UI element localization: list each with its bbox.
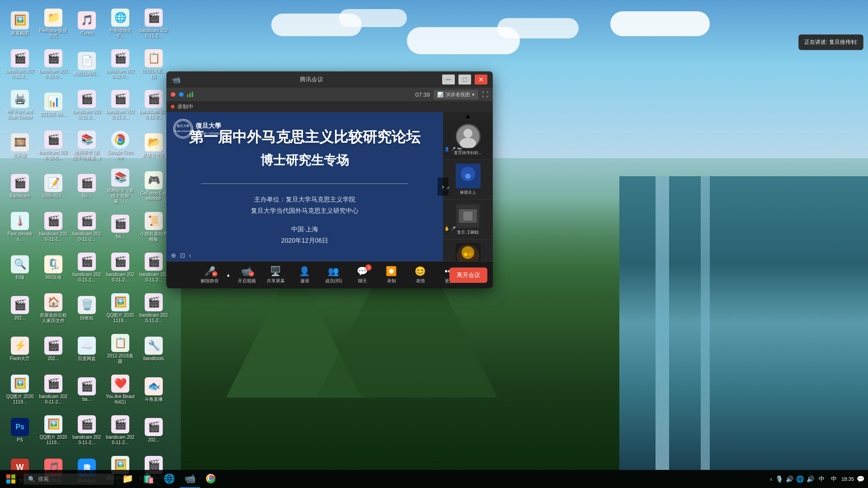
icon-ba-3[interactable]: 🎬 ba... <box>71 370 103 409</box>
members-icon: 👥 <box>328 266 339 277</box>
icon-qq-photo-2[interactable]: 🖼️ QQ图片 20201119... <box>4 370 36 409</box>
taskbar-app-store[interactable]: 🛍️ <box>138 470 158 488</box>
notification-tray-icon[interactable]: 💬 <box>857 475 864 483</box>
status-dot-blue <box>179 92 184 97</box>
chat-button[interactable]: 💬 7 聊天 <box>349 263 376 287</box>
icon-new-folder[interactable]: 📂 新建文件夹 <box>137 126 170 165</box>
taskbar-app-chrome[interactable] <box>201 470 221 488</box>
icon-you-are-beautiful[interactable]: ❤️ You Are Beautiful(1) <box>104 370 137 409</box>
icon-douyu[interactable]: 🐟 斗鱼直播 <box>137 370 170 409</box>
icon-1606[interactable]: 📝 1606-824... <box>37 166 70 206</box>
slide-next-button[interactable]: › <box>438 178 448 196</box>
close-button[interactable]: ✕ <box>475 75 487 84</box>
tray-chevron[interactable]: ∧ <box>769 477 773 482</box>
taskbar-app-explorer[interactable]: 📁 <box>118 470 137 488</box>
icon-geforce[interactable]: 🎮 GeForce Experience <box>137 166 170 206</box>
meeting-bottom-toolbar: 🎤 ✕ 解除静音 ▲ 📹 ✕ 开启视频 🖥️ 共享屏幕 👤 邀请 👥 成员(65… <box>166 261 493 288</box>
taskbar-app-browser[interactable]: 🌐 <box>159 470 179 488</box>
leave-meeting-button[interactable]: 离开会议 <box>449 267 487 283</box>
icon-house[interactable]: 🏠 房屋低价出租人家历文件 <box>37 288 70 328</box>
icon-2012-2018[interactable]: 📋 2012-2018真题 <box>104 329 137 369</box>
icon-qq-photo-1[interactable]: 🖼️ QQ图片 20201119... <box>104 288 137 328</box>
icon-bandicam-14[interactable]: 🎬 bandicam 2020-11-2... <box>137 248 170 287</box>
video-button[interactable]: 📹 ✕ 开启视频 <box>233 263 260 287</box>
icon-bandicam-13[interactable]: 🎬 bandicam 2020-11-2... <box>104 248 137 287</box>
icon-zhiwang-2[interactable]: 📚 知网研学（原线下培材素...） <box>104 166 137 206</box>
icon-ps[interactable]: Ps PS <box>4 410 36 450</box>
icon-bandicam-11[interactable]: 🎬 bandicam 2020-11-2... <box>71 207 103 247</box>
meeting-toolbar-top: 07:39 📊 演讲者视图 ▾ ⛶ <box>166 88 493 101</box>
icon-202x[interactable]: 🎬 202... <box>4 288 36 328</box>
taskbar-search-box[interactable]: 🔍 搜索 <box>24 474 114 485</box>
record-button[interactable]: ⏺️ 录制 <box>378 263 405 287</box>
panel-scroll-up[interactable]: ▲ <box>443 112 493 120</box>
icon-bandicam-17[interactable]: 🎬 bandicam 2020-11-2... <box>71 410 103 450</box>
windows-logo-icon <box>6 474 15 483</box>
icon-bandicam-8[interactable]: 🎬 bandicam 2020-12-0... <box>37 126 70 165</box>
share-screen-button[interactable]: 🖥️ 共享屏幕 <box>262 263 289 287</box>
icon-bandicam-9[interactable]: 🎬 Bandicam <box>4 166 36 206</box>
icon-bandicam-4[interactable]: 🎬 bandicam 2020-12-0... <box>104 44 137 84</box>
icon-bandicam-16[interactable]: 🎬 bandicam 2020-11-2... <box>37 370 70 409</box>
icon-ba[interactable]: 🎬 Bu... <box>71 166 103 206</box>
icon-bandicam-2[interactable]: 🎬 bandicam 2020-11-2... <box>4 44 36 84</box>
recording-bar: 录制中 <box>166 101 493 112</box>
expression-button[interactable]: 😊 表情 <box>407 263 434 287</box>
icon-bandicam-12[interactable]: 🎬 bandicam 2020-11-1... <box>71 248 103 287</box>
icon-bandicam-5[interactable]: 🎬 bandicam 2020-11-2... <box>71 85 103 125</box>
members-button[interactable]: 👥 成员(65) <box>320 263 347 287</box>
slide-zoom-in-button[interactable]: ⊕ <box>171 252 176 259</box>
mute-button[interactable]: 🎤 ✕ 解除静音 <box>196 263 223 287</box>
icon-zhiwang-study[interactable]: 📚 知网研学 (原线下培材素...) <box>71 126 103 165</box>
taskbar-app-meeting[interactable]: 📹 <box>180 470 200 488</box>
icon-scan[interactable]: 🔍 扫描 <box>4 248 36 287</box>
icon-202x-3[interactable]: 🎬 202... <box>137 410 170 450</box>
icon-filerecv[interactable]: 📁 FileRecv-恢提方式 <box>37 4 70 43</box>
slide-prev-button[interactable]: ‹ <box>189 252 191 259</box>
slide-view-button[interactable]: ⊡ <box>180 252 185 259</box>
icon-360compress[interactable]: 🗜️ 360压缩 <box>37 248 70 287</box>
icon-screen-capture[interactable]: 🖼️ 屏幕截图 <box>4 4 36 43</box>
icon-yuanbiaoti[interactable]: 🎞️ 元标题 <box>4 126 36 165</box>
input-method-indicator[interactable]: 中 <box>829 475 839 483</box>
presenter-view-button[interactable]: 📊 演讲者视图 ▾ <box>434 90 478 99</box>
icon-331105[interactable]: 📊 331105 shi... <box>37 85 70 125</box>
icon-bandicam-18[interactable]: 🎬 bandicam 2020-11-2... <box>104 410 137 450</box>
icon-a2012[interactable]: 📄 A2012ABE... <box>71 44 103 84</box>
recording-label: 录制中 <box>177 103 193 111</box>
expand-button[interactable]: ⛶ <box>482 91 488 98</box>
icon-china-geo[interactable]: 🌐 中医地球化学... <box>104 4 137 43</box>
icon-flash[interactable]: ⚡ Flash大厅 <box>4 329 36 369</box>
icon-bandicam-7[interactable]: 🎬 bandicam 2020-12-0... <box>137 85 170 125</box>
icon-bandicam-10[interactable]: 🎬 bandicam 2020-11-2... <box>37 207 70 247</box>
cloud-4 <box>497 18 579 38</box>
waterfall-stream-2 <box>701 176 710 470</box>
icon-bandicam-15[interactable]: 🎬 bandicam 2020-11-2... <box>137 288 170 328</box>
icon-hp-scan-doctor[interactable]: 🖨️ HP Print and Scan Doctor <box>4 85 36 125</box>
svg-point-17 <box>462 246 474 259</box>
icon-bandicam-6[interactable]: 🎬 bandicam 2020-11-2... <box>104 85 137 125</box>
start-button[interactable] <box>0 470 22 488</box>
icon-65181[interactable]: 📋 65181-DE... (1) <box>137 44 170 84</box>
mic-arrow-button[interactable]: ▲ <box>225 272 231 278</box>
members-label: 成员(65) <box>325 278 342 284</box>
icon-google-chrome[interactable]: Google Chrome <box>104 126 137 165</box>
icon-bandicam-1[interactable]: 🎬 bandicam 2020-11-2... <box>137 4 170 43</box>
icon-recycle-bin[interactable]: 🗑️ 回收站 <box>71 288 103 328</box>
icon-past-climates[interactable]: 🌡️ Past climates... <box>4 207 36 247</box>
invite-button[interactable]: 👤 邀请 <box>291 263 318 287</box>
icon-itunes[interactable]: 🎵 iTunes <box>71 4 103 43</box>
icon-baidu-pan[interactable]: ☁️ 百度网盘 <box>71 329 103 369</box>
icon-qq-photo-3[interactable]: 🖼️ QQ图片 20201119... <box>37 410 70 450</box>
icon-copyright-template[interactable]: 📜 小授权通知书模板 <box>137 207 170 247</box>
minimize-button[interactable]: ─ <box>442 75 455 84</box>
icon-202x-2[interactable]: 🎬 202... <box>37 329 70 369</box>
share-label: 共享屏幕 <box>267 278 285 284</box>
window-controls: ─ □ ✕ <box>442 75 487 84</box>
icon-banditools[interactable]: 🔧 banditools <box>137 329 170 369</box>
maximize-button[interactable]: □ <box>458 75 471 84</box>
icon-bandicam-3[interactable]: 🎬 bandicam 2020-12-0... <box>37 44 70 84</box>
language-indicator[interactable]: 中 <box>817 475 826 483</box>
icon-ba-2[interactable]: 🎬 ba... <box>104 207 137 247</box>
system-clock: 18:35 <box>841 476 854 482</box>
